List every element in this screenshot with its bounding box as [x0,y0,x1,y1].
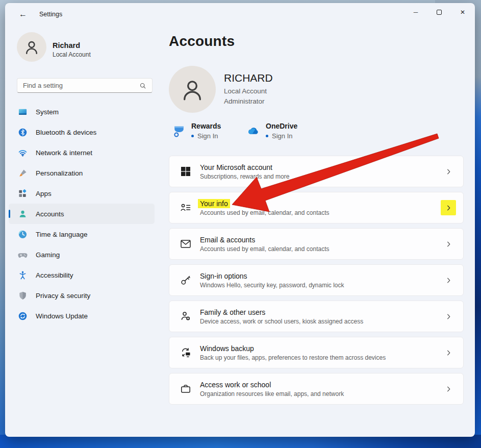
brush-icon [18,168,28,178]
onedrive-service: OneDrive Sign In [246,122,297,140]
card-your-info[interactable]: Your infoAccounts used by email, calenda… [169,192,464,223]
card-family-other-users[interactable]: Family & other usersDevice access, work … [169,301,464,332]
settings-window: ← Settings ─ ✕ Richard Local Account Sys… [5,3,475,437]
nav-label: Windows Update [36,312,88,320]
highlighted-chevron-right-icon [441,200,456,215]
window-title: Settings [39,11,62,18]
profile-role: Administrator [224,97,265,105]
sidebar-item-accounts[interactable]: Accounts [9,204,155,224]
rewards-label: Rewards [191,122,221,130]
sidebar-item-windows-update[interactable]: Windows Update [9,306,155,326]
nav-label: Personalization [36,169,83,177]
wifi-icon [18,148,28,158]
rewards-sign-in-link[interactable]: Sign In [191,132,221,140]
search-input[interactable] [17,82,139,89]
sidebar-item-accessibility[interactable]: Accessibility [9,265,155,285]
sidebar-item-system[interactable]: System [9,102,155,122]
apps-grid-icon [18,189,28,198]
card-title: Sign-in options [200,272,344,280]
nav-label: Privacy & security [36,292,90,300]
minimize-button[interactable]: ─ [404,4,427,21]
card-subtitle: Device access, work or school users, kio… [200,318,363,325]
gamepad-icon [18,250,28,260]
nav-label: Gaming [36,251,60,259]
accessibility-person-icon [18,270,28,280]
bluetooth-icon [18,128,28,137]
sidebar-item-bluetooth-devices[interactable]: Bluetooth & devices [9,122,155,142]
settings-card-list: Your Microsoft accountSubscriptions, rew… [169,156,464,409]
card-title: Access work or school [200,381,344,389]
nav-label: Apps [36,190,52,197]
person-silhouette-icon [179,76,206,103]
sidebar-nav: System Bluetooth & devices Network & int… [9,102,155,326]
card-subtitle: Back up your files, apps, preferences to… [200,354,386,361]
titlebar: ← Settings ─ ✕ [6,4,474,25]
sidebar-user-name: Richard [53,41,80,49]
close-button[interactable]: ✕ [451,4,474,21]
contact-card-icon [180,202,192,214]
nav-label: Time & language [36,231,88,238]
chevron-right-icon [441,164,456,179]
selected-accent-bar [9,210,10,218]
card-windows-backup[interactable]: Windows backupBack up your files, apps, … [169,337,464,368]
sidebar-item-gaming[interactable]: Gaming [9,244,155,265]
profile-name: RICHARD [224,72,273,84]
sidebar-item-network-internet[interactable]: Network & internet [9,142,155,163]
desktop-wallpaper: ← Settings ─ ✕ Richard Local Account Sys… [0,0,481,448]
nav-label: Bluetooth & devices [36,129,96,136]
card-subtitle: Accounts used by email, calendar, and co… [200,209,329,216]
nav-label: System [36,108,59,116]
card-title: Windows backup [200,344,386,353]
briefcase-icon [180,383,192,395]
card-title: Family & other users [200,308,363,316]
laptop-icon [18,107,28,117]
envelope-icon [180,238,192,250]
chevron-right-icon [441,381,456,396]
search-icon[interactable] [139,82,147,90]
nav-label: Accessibility [36,271,73,279]
maximize-button[interactable] [427,4,451,21]
card-access-work-or-school[interactable]: Access work or schoolOrganization resour… [169,373,464,405]
card-title: Your Microsoft account [200,163,289,171]
search-box[interactable] [17,78,153,93]
back-button[interactable]: ← [16,7,30,21]
page-title: Accounts [169,33,235,49]
medal-icon [172,124,186,138]
cloud-icon [246,124,261,138]
person-silhouette-icon [22,38,41,56]
card-your-microsoft-account[interactable]: Your Microsoft accountSubscriptions, rew… [169,156,464,187]
card-email-accounts[interactable]: Email & accountsAccounts used by email, … [169,228,464,260]
onedrive-sign-in-link[interactable]: Sign In [266,132,297,140]
sidebar-user-account-type: Local Account [53,51,91,58]
key-icon [180,274,192,286]
chevron-right-icon [441,309,456,324]
clock-icon [18,230,28,239]
microsoft-logo-icon [180,165,192,178]
status-dot [266,135,268,137]
window-controls: ─ ✕ [404,4,474,25]
onedrive-label: OneDrive [266,122,297,130]
status-dot [191,135,194,137]
profile-avatar [169,66,216,113]
highlighted-card-title: Your info [198,199,230,208]
sidebar-item-personalization[interactable]: Personalization [9,163,155,183]
sidebar-item-time-language[interactable]: Time & language [9,224,155,244]
card-subtitle: Windows Hello, security key, password, d… [200,282,344,289]
card-sign-in-options[interactable]: Sign-in optionsWindows Hello, security k… [169,264,464,296]
maximize-icon [437,10,442,15]
card-subtitle: Accounts used by email, calendar, and co… [200,245,329,253]
sidebar-item-apps[interactable]: Apps [9,183,155,204]
chevron-right-icon [441,236,456,252]
card-subtitle: Organization resources like email, apps,… [200,390,344,397]
nav-label: Network & internet [36,149,92,157]
nav-label: Accounts [36,210,64,218]
card-subtitle: Subscriptions, rewards and more [200,173,289,180]
shield-icon [18,291,28,301]
sidebar-item-privacy-security[interactable]: Privacy & security [9,285,155,306]
profile-account-type: Local Account [224,87,267,95]
rewards-service: Rewards Sign In [172,122,221,140]
sidebar-user-avatar [17,32,46,62]
backup-sync-icon [180,346,192,359]
chevron-right-icon [441,345,456,360]
person-icon [18,209,28,219]
